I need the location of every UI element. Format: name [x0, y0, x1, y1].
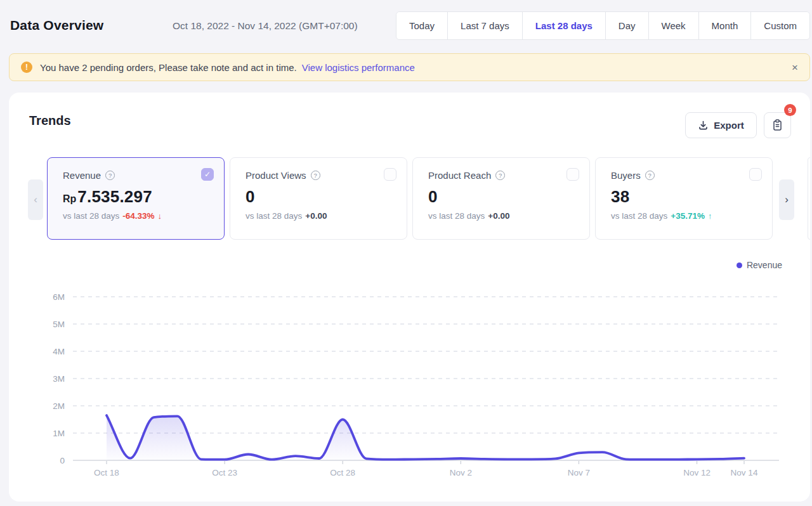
compare-label: vs last 28 days — [63, 211, 119, 221]
chevron-left-icon: ‹ — [34, 193, 37, 206]
tab-today[interactable]: Today — [396, 12, 448, 39]
help-icon[interactable]: ? — [645, 171, 655, 180]
help-icon[interactable]: ? — [105, 171, 115, 180]
check-icon: ✓ — [204, 170, 211, 179]
pending-orders-banner: ! You have 2 pending orders, Please take… — [9, 53, 810, 81]
svg-text:0: 0 — [60, 456, 65, 465]
arrow-down-icon: ↓ — [158, 211, 162, 221]
metric-card-buyers[interactable]: Buyers ? 38 vs last 28 days +35.71% ↑ — [595, 157, 773, 240]
metric-title: Product Reach — [428, 170, 491, 181]
metric-title: Buyers — [611, 170, 641, 181]
notification-badge: 9 — [784, 104, 796, 116]
export-button-label: Export — [714, 120, 744, 131]
svg-text:6M: 6M — [53, 292, 65, 302]
compare-label: vs last 28 days — [611, 211, 667, 221]
help-icon[interactable]: ? — [495, 171, 505, 180]
help-icon[interactable]: ? — [311, 171, 320, 180]
trends-panel: Trends Export 9 ‹ › Revenue ? ✓ Rp — [9, 93, 810, 502]
clipboard-button[interactable] — [764, 112, 791, 138]
date-range-text: Oct 18, 2022 - Nov 14, 2022 (GMT+07:00) — [173, 20, 358, 32]
tab-custom[interactable]: Custom — [751, 12, 809, 39]
metric-title: Revenue — [63, 170, 101, 181]
metric-checkbox[interactable] — [749, 168, 762, 181]
metric-value: 0 — [246, 187, 255, 207]
svg-text:5M: 5M — [53, 320, 65, 329]
metric-card-product-reach[interactable]: Product Reach ? 0 vs last 28 days +0.00 — [412, 157, 590, 240]
change-value: +35.71% — [671, 211, 705, 221]
svg-text:3M: 3M — [53, 374, 65, 384]
change-value: +0.00 — [305, 211, 327, 221]
metric-value: 38 — [611, 187, 629, 207]
banner-message: You have 2 pending orders, Please take n… — [40, 62, 297, 73]
warning-icon: ! — [21, 62, 32, 73]
metric-value: 7.535.297 — [77, 187, 152, 207]
metric-checkbox[interactable] — [566, 168, 579, 181]
svg-text:Oct 23: Oct 23 — [212, 468, 237, 477]
svg-text:Nov 12: Nov 12 — [683, 468, 710, 477]
trends-title: Trends — [29, 114, 71, 128]
close-icon[interactable]: × — [792, 62, 798, 73]
metric-checkbox[interactable] — [384, 168, 396, 181]
metric-card-revenue[interactable]: Revenue ? ✓ Rp 7.535.297 vs last 28 days… — [47, 157, 225, 240]
metric-value: 0 — [428, 187, 438, 207]
svg-text:1M: 1M — [53, 429, 65, 438]
arrow-up-icon: ↑ — [708, 211, 712, 221]
change-value: -64.33% — [122, 211, 154, 221]
svg-text:4M: 4M — [53, 347, 65, 356]
tab-week[interactable]: Week — [649, 12, 699, 39]
clipped-next-card — [808, 157, 810, 240]
date-range-tab-group: Today Last 7 days Last 28 days Day Week … — [396, 11, 810, 40]
svg-text:Nov 2: Nov 2 — [450, 468, 472, 477]
svg-text:Nov 14: Nov 14 — [731, 468, 758, 477]
logistics-performance-link[interactable]: View logistics performance — [302, 62, 415, 73]
svg-text:Oct 18: Oct 18 — [94, 468, 119, 477]
currency-prefix: Rp — [63, 193, 76, 205]
tab-last-7-days[interactable]: Last 7 days — [448, 12, 523, 39]
compare-label: vs last 28 days — [428, 211, 485, 221]
tab-last-28-days[interactable]: Last 28 days — [523, 12, 606, 39]
chevron-right-icon: › — [785, 193, 789, 206]
change-value: +0.00 — [488, 211, 509, 221]
tab-month[interactable]: Month — [699, 12, 752, 39]
cards-prev-button[interactable]: ‹ — [28, 179, 43, 220]
compare-label: vs last 28 days — [246, 211, 302, 221]
metric-title: Product Views — [246, 170, 306, 181]
svg-text:Nov 7: Nov 7 — [568, 468, 590, 477]
metric-card-product-views[interactable]: Product Views ? 0 vs last 28 days +0.00 — [230, 157, 407, 240]
clipboard-icon — [771, 119, 783, 132]
svg-text:Oct 28: Oct 28 — [330, 468, 355, 477]
export-button[interactable]: Export — [685, 112, 757, 138]
page-title: Data Overview — [10, 18, 103, 33]
svg-text:2M: 2M — [53, 401, 65, 411]
download-icon — [698, 120, 709, 131]
revenue-trend-chart[interactable]: 01M2M3M4M5M6MOct 18Oct 23Oct 28Nov 2Nov … — [9, 251, 809, 492]
tab-day[interactable]: Day — [606, 12, 649, 39]
cards-next-button[interactable]: › — [779, 179, 794, 220]
metric-checkbox[interactable]: ✓ — [201, 168, 214, 181]
